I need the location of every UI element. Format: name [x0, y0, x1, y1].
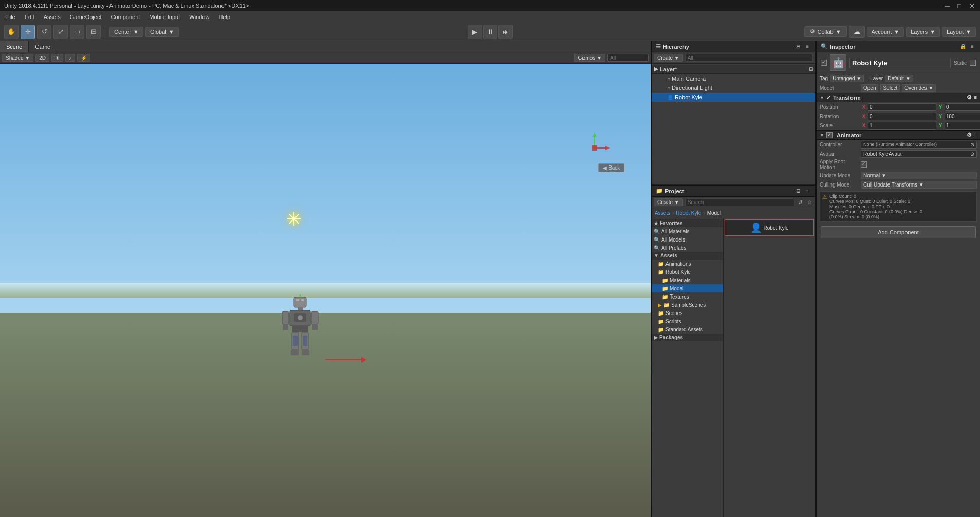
hierarchy-item-main-camera[interactable]: ○ Main Camera [652, 74, 815, 83]
maximize-button[interactable]: □ [955, 2, 964, 10]
scene-viewport[interactable]: ✳ [0, 64, 651, 517]
controller-input: None (Runtime Animator Controller) [863, 142, 937, 147]
object-name-input[interactable] [849, 58, 951, 68]
hand-tool-button[interactable]: ✋ [4, 25, 19, 39]
tree-robot-kyle-folder[interactable]: 📁 Robot Kyle [652, 268, 723, 276]
transform-component-header[interactable]: ▼ ⤢ Transform ⚙ ≡ [817, 93, 980, 102]
project-search-input[interactable] [685, 198, 794, 206]
step-button[interactable]: ⏭ [498, 25, 513, 39]
tree-materials[interactable]: 📁 Materials [652, 276, 723, 284]
project-create-button[interactable]: Create ▼ [654, 198, 683, 206]
hierarchy-search-input[interactable] [685, 54, 813, 62]
project-star-button[interactable]: ☆ [806, 199, 813, 206]
layout-dropdown[interactable]: Layout ▼ [942, 27, 976, 37]
tree-standard-assets[interactable]: 📁 Standard Assets [652, 325, 723, 334]
cloud-button[interactable]: ☁ [849, 26, 865, 38]
tree-scenes[interactable]: 📁 Scenes [652, 309, 723, 317]
hierarchy-menu-button[interactable]: ≡ [804, 43, 811, 50]
space-dropdown[interactable]: Global ▼ [145, 27, 179, 37]
gizmos-dropdown[interactable]: Gizmos ▼ [574, 54, 605, 62]
model-overrides-button[interactable]: Overrides ▼ [902, 84, 936, 92]
scripts-folder-icon: 📁 [658, 319, 664, 324]
object-enabled-checkbox[interactable] [821, 60, 827, 66]
transform-menu-icon[interactable]: ≡ [974, 94, 977, 101]
menu-help[interactable]: Help [214, 13, 234, 21]
tree-scripts[interactable]: 📁 Scripts [652, 317, 723, 325]
static-checkbox[interactable] [970, 60, 976, 66]
tree-all-materials[interactable]: 🔍 All Materials [652, 227, 723, 235]
audio-button[interactable]: ♪ [65, 54, 75, 62]
hierarchy-create-button[interactable]: Create ▼ [654, 54, 683, 62]
tab-scene[interactable]: Scene [0, 41, 29, 52]
lighting-button[interactable]: ☀ [51, 54, 63, 62]
multi-tool-button[interactable]: ⊞ [86, 25, 101, 39]
pause-button[interactable]: ⏸ [483, 25, 497, 39]
hierarchy-lock-button[interactable]: ⊟ [794, 43, 802, 50]
hierarchy-item-directional-light[interactable]: ○ Directional Light [652, 83, 815, 93]
update-mode-dropdown[interactable]: Normal ▼ [861, 172, 977, 179]
breadcrumb-robot-kyle[interactable]: Robot Kyle [676, 210, 701, 216]
fx-button[interactable]: ⚡ [77, 54, 90, 62]
animator-settings-icon[interactable]: ⚙ [967, 132, 972, 138]
menu-gameobject[interactable]: GameObject [66, 13, 106, 21]
layer-dropdown[interactable]: Default ▼ [885, 75, 913, 82]
culling-mode-value: Cull Update Transforms [863, 182, 917, 188]
add-component-button[interactable]: Add Component [821, 226, 976, 238]
menu-component[interactable]: Component [106, 13, 144, 21]
pivot-dropdown[interactable]: Center ▼ [109, 27, 143, 37]
close-button[interactable]: ✕ [968, 2, 976, 10]
main-area: Scene Game Shaded ▼ 2D ☀ ♪ ⚡ Gizmos ▼ [0, 41, 980, 517]
project-lock-button[interactable]: ⊟ [794, 188, 802, 195]
tree-all-prefabs[interactable]: 🔍 All Prefabs [652, 244, 723, 252]
tab-game[interactable]: Game [29, 41, 57, 52]
rotate-tool-button[interactable]: ↺ [37, 25, 51, 39]
account-dropdown[interactable]: Account ▼ [867, 27, 904, 37]
project-refresh-button[interactable]: ↺ [797, 199, 804, 206]
inspector-menu-button[interactable]: ≡ [969, 43, 976, 50]
rotation-y-input[interactable] [945, 113, 980, 120]
shading-dropdown[interactable]: Shaded ▼ [2, 54, 33, 62]
avatar-pick-icon[interactable]: ⊙ [970, 151, 974, 157]
menu-mobile-input[interactable]: Mobile Input [145, 13, 184, 21]
model-open-button[interactable]: Open [861, 84, 878, 92]
2d-button[interactable]: 2D [35, 54, 49, 62]
tree-textures[interactable]: 📁 Textures [652, 292, 723, 301]
tag-dropdown[interactable]: Untagged ▼ [830, 75, 864, 82]
back-button[interactable]: ◀ Back [598, 163, 624, 172]
scale-tool-button[interactable]: ⤢ [53, 25, 68, 39]
rect-tool-button[interactable]: ▭ [70, 25, 84, 39]
collab-button[interactable]: ⚙ Collab ▼ [804, 26, 846, 37]
model-select-button[interactable]: Select [880, 84, 900, 92]
animator-menu-icon[interactable]: ≡ [974, 132, 977, 138]
inspector-lock-button[interactable]: 🔒 [959, 43, 967, 50]
position-x-input[interactable] [868, 103, 936, 111]
project-menu-button[interactable]: ≡ [804, 188, 811, 195]
menu-edit[interactable]: Edit [21, 13, 39, 21]
position-y-input[interactable] [945, 103, 980, 111]
svg-rect-10 [312, 324, 318, 330]
layers-dropdown[interactable]: Layers ▼ [906, 27, 940, 37]
hierarchy-item-robot-kyle[interactable]: 👤 Robot Kyle [652, 93, 815, 102]
transform-settings-icon[interactable]: ⚙ [967, 94, 972, 101]
tree-all-models[interactable]: 🔍 All Models [652, 235, 723, 244]
tree-sample-scenes[interactable]: ▶ 📁 SampleScenes [652, 301, 723, 309]
root-motion-checkbox[interactable] [861, 161, 867, 168]
play-button[interactable]: ▶ [468, 25, 482, 39]
menu-file[interactable]: File [2, 13, 20, 21]
minimize-button[interactable]: ─ [943, 2, 951, 10]
menu-assets[interactable]: Assets [40, 13, 65, 21]
scene-search-input[interactable] [607, 54, 649, 62]
menu-window[interactable]: Window [185, 13, 213, 21]
controller-pick-icon[interactable]: ⊙ [970, 142, 974, 147]
animator-component-header[interactable]: ▼ Animator ⚙ ≡ [817, 130, 980, 140]
animator-enabled-checkbox[interactable] [826, 132, 833, 138]
file-robot-kyle[interactable]: 👤 Robot Kyle [725, 219, 814, 236]
culling-mode-dropdown[interactable]: Cull Update Transforms ▼ [861, 181, 977, 189]
tree-animations[interactable]: 📁 Animations [652, 260, 723, 268]
tree-model[interactable]: 📁 Model [652, 284, 723, 292]
move-tool-button[interactable]: ✛ [21, 25, 35, 39]
breadcrumb-assets[interactable]: Assets [655, 210, 670, 216]
scale-y-input[interactable] [945, 122, 980, 130]
rotation-x-input[interactable] [868, 113, 936, 120]
scale-x-input[interactable] [868, 122, 936, 130]
